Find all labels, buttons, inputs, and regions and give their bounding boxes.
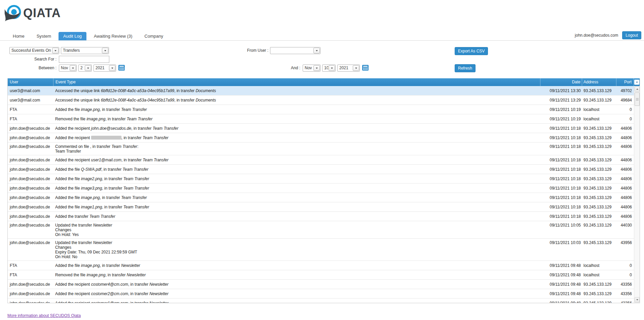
table-row[interactable]: john.doe@secudos.deAdded the recipient u… (8, 155, 634, 165)
table-row[interactable]: john.doe@secudos.deAdded the recipient c… (8, 298, 634, 303)
column-header-date[interactable]: Date (540, 78, 582, 86)
table-row[interactable]: john.doe@secudos.deAdded the transfer Te… (8, 212, 634, 221)
event-type-cell: Added the file image1.png, in transfer T… (53, 205, 540, 209)
between-month-select[interactable]: Nov (59, 65, 77, 72)
and-year-select[interactable]: 2021 (337, 65, 360, 72)
user-cell: john.doe@secudos.de (8, 214, 53, 219)
table-row[interactable]: john.doe@secudos.deAdded the file image3… (8, 184, 634, 193)
chevron-down-icon[interactable] (313, 48, 320, 53)
port-cell: 44806 (616, 176, 634, 181)
port-cell: 44806 (616, 126, 634, 131)
from-user-value (270, 47, 313, 54)
table-row[interactable]: john.doe@secudos.deAdded the recipient ,… (8, 133, 634, 143)
date-cell: 09/11/2021 09:48 (540, 301, 582, 303)
chevron-down-icon[interactable] (313, 65, 320, 71)
scrollbar-thumb[interactable] (635, 92, 640, 106)
table-row[interactable]: john.doe@secudos.deAdded the recipient c… (8, 280, 634, 289)
chevron-down-icon[interactable] (85, 65, 91, 71)
table-row[interactable]: john.doe@secudos.deUpdated the transfer … (8, 239, 634, 261)
between-day-select[interactable]: 2 (78, 65, 92, 72)
event-filter-dropdown[interactable]: Successful Events On (9, 47, 59, 54)
event-type-cell: Added the transfer Team Transfer (53, 214, 540, 219)
event-type-cell: Added the file image.png, in transfer Te… (53, 107, 540, 112)
from-user-dropdown[interactable] (270, 47, 320, 54)
table-row[interactable]: john.doe@secudos.deAdded the recipient c… (8, 289, 634, 298)
date-cell: 09/11/2021 10:18 (540, 167, 582, 172)
user-cell: john.doe@secudos.de (8, 126, 53, 131)
and-month-select[interactable]: Nov (303, 65, 320, 72)
qiata-logo-icon (4, 4, 22, 22)
between-year-value: 2021 (94, 65, 109, 71)
address-cell: 93.245.133.129 (582, 186, 616, 191)
redacted-recipient (91, 136, 121, 139)
vertical-scrollbar[interactable] (634, 86, 640, 303)
date-cell: 09/11/2021 10:18 (540, 135, 582, 140)
tab-awaiting-review-3[interactable]: Awaiting Review (3) (89, 32, 137, 40)
table-row[interactable]: john.doe@secudos.deUpdated the transfer … (8, 221, 634, 239)
date-cell: 09/11/2021 10:18 (540, 158, 582, 162)
table-row[interactable]: user3@mail.comAccessed the unique link 6… (8, 95, 634, 105)
date-cell: 09/11/2021 10:18 (540, 205, 582, 209)
chevron-down-icon[interactable] (109, 65, 115, 71)
chevron-down-icon[interactable] (52, 48, 59, 53)
scrollbar-up-button[interactable] (635, 86, 640, 92)
chevron-down-icon[interactable] (353, 65, 359, 71)
export-csv-button[interactable]: Export As CSV (455, 47, 488, 55)
column-header-port[interactable]: Port (616, 78, 634, 86)
table-row[interactable]: john.doe@secudos.deAdded the file image2… (8, 174, 634, 184)
table-row[interactable]: FTAAdded the file image.png, in transfer… (8, 105, 634, 114)
port-cell: 49702 (616, 88, 634, 93)
column-header-user[interactable]: User (8, 78, 53, 86)
address-cell: 93.245.133.129 (582, 240, 616, 245)
search-for-label: Search For : (9, 56, 56, 63)
table-row[interactable]: user3@mail.comAccessed the unique link 6… (8, 86, 634, 95)
tab-audit-log[interactable]: Audit Log (59, 32, 86, 40)
chevron-down-icon[interactable] (70, 65, 76, 71)
table-row[interactable]: john.doe@secudos.deAdded the recipient j… (8, 124, 634, 133)
event-type-cell: Added the file image2.png, in transfer T… (53, 176, 540, 181)
arrow-down-icon (636, 299, 638, 301)
table-row[interactable]: FTARemoved the file image.png, in transf… (8, 114, 634, 124)
column-menu-button[interactable] (634, 78, 640, 86)
address-cell: 93.245.133.129 (582, 214, 616, 219)
chevron-down-icon[interactable] (329, 65, 335, 71)
table-row[interactable]: FTAAdded the file image.png, in transfer… (8, 261, 634, 270)
user-cell: john.doe@secudos.de (8, 186, 53, 191)
logout-button[interactable]: Logout (622, 31, 641, 39)
port-cell: 44806 (616, 135, 634, 140)
user-cell: user3@mail.com (8, 98, 53, 103)
more-info-link[interactable]: More information about SECUDOS Qiata (7, 313, 81, 318)
search-input[interactable] (59, 56, 109, 63)
table-row[interactable]: john.doe@secudos.deAdded the file Q-SWA.… (8, 165, 634, 174)
table-row[interactable]: john.doe@secudos.deCommented on file , i… (8, 143, 634, 155)
and-label: And : (267, 65, 300, 72)
type-filter-dropdown[interactable]: Transfers (61, 47, 109, 54)
and-day-select[interactable]: 10 (322, 65, 336, 72)
tab-company[interactable]: Company (140, 32, 168, 40)
port-cell: 44030 (616, 223, 634, 228)
calendar-icon[interactable] (362, 65, 369, 71)
tab-system[interactable]: System (32, 32, 56, 40)
event-type-cell: Added the file Q-SWA.pdf, in transfer Te… (53, 167, 540, 172)
event-type-cell: Removed the file image.png, in transfer … (53, 117, 540, 121)
date-cell: 09/11/2021 10:19 (540, 107, 582, 112)
table-row[interactable]: john.doe@secudos.deAdded the file image1… (8, 202, 634, 212)
table-row[interactable]: FTARemoved the file image.png, in transf… (8, 270, 634, 280)
column-header-event-type[interactable]: Event Type (53, 78, 540, 86)
and-month-value: Nov (303, 65, 313, 71)
chevron-down-icon[interactable] (102, 48, 108, 53)
table-row[interactable]: john.doe@secudos.deAdded the file image.… (8, 193, 634, 202)
address-cell: 93.245.133.129 (582, 176, 616, 181)
address-cell: 93.245.133.129 (582, 167, 616, 172)
tab-home[interactable]: Home (8, 32, 29, 40)
scrollbar-down-button[interactable] (635, 297, 640, 303)
port-cell: 0 (616, 273, 634, 277)
column-header-address[interactable]: Address (582, 78, 616, 86)
address-cell: 93.245.133.129 (582, 98, 616, 103)
date-cell: 09/11/2021 09:48 (540, 282, 582, 287)
refresh-button[interactable]: Refresh (455, 64, 476, 72)
calendar-icon[interactable] (118, 65, 125, 71)
date-cell: 09/11/2021 10:18 (540, 126, 582, 131)
address-cell: 93.245.133.129 (582, 144, 616, 149)
between-year-select[interactable]: 2021 (93, 65, 116, 72)
